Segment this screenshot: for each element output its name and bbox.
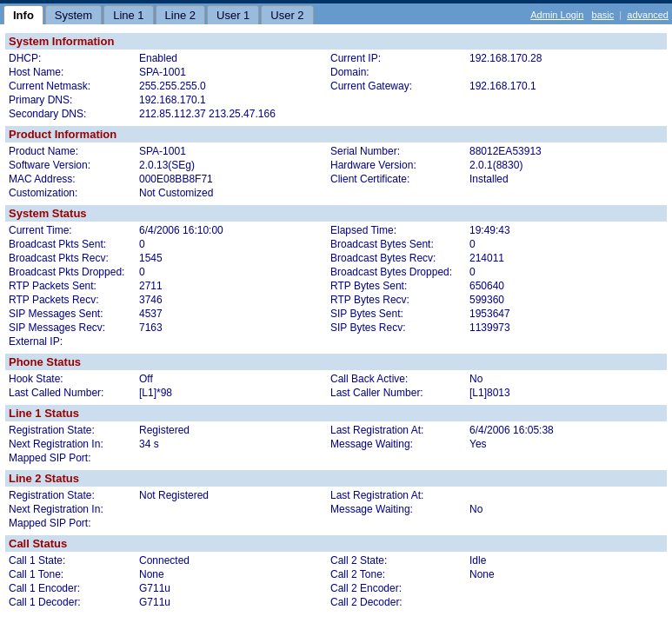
label: Call 1 Encoder: — [5, 581, 136, 595]
value: 192.168.170.1 — [466, 79, 667, 93]
line1-status-table: Registration State: Registered Last Regi… — [5, 423, 667, 465]
label: Call Back Active: — [327, 372, 466, 386]
value: 599360 — [466, 293, 667, 307]
main-content: System Information DHCP: Enabled Current… — [0, 24, 672, 613]
label: Call 2 Tone: — [327, 567, 466, 581]
value: 000E08BB8F71 — [136, 172, 327, 186]
tab-system[interactable]: System — [45, 5, 102, 24]
label: Domain: — [327, 65, 466, 79]
value — [136, 516, 327, 530]
label: External IP: — [5, 335, 136, 348]
table-row: Call 1 Decoder: G711u Call 2 Decoder: — [5, 595, 667, 609]
label: Broadcast Pkts Dropped: — [5, 265, 136, 279]
table-row: External IP: — [5, 335, 667, 348]
label: Product Name: — [5, 144, 136, 158]
tab-line1[interactable]: Line 1 — [103, 5, 153, 24]
table-row: Customization: Not Customized — [5, 186, 667, 200]
table-row: Mapped SIP Port: — [5, 451, 667, 465]
basic-link[interactable]: basic — [592, 10, 615, 20]
table-row: Next Registration In: 34 s Message Waiti… — [5, 437, 667, 451]
product-info-header: Product Information — [5, 126, 667, 142]
value: Enabled — [136, 51, 327, 65]
phone-status-header: Phone Status — [5, 354, 667, 370]
value: G711u — [136, 581, 327, 595]
label: Broadcast Bytes Sent: — [327, 237, 466, 251]
label: Current Gateway: — [327, 79, 466, 93]
value: 6/4/2006 16:05:38 — [466, 423, 667, 437]
table-row: SIP Messages Recv: 7163 SIP Bytes Recv: … — [5, 321, 667, 335]
table-row: Product Name: SPA-1001 Serial Number: 88… — [5, 144, 667, 158]
tab-user1[interactable]: User 1 — [207, 5, 259, 24]
value: 6/4/2006 16:10:00 — [136, 223, 327, 237]
value: None — [466, 567, 667, 581]
advanced-link[interactable]: advanced — [627, 10, 669, 20]
value: 19:49:43 — [466, 223, 667, 237]
value: Registered — [136, 423, 327, 437]
label — [327, 186, 466, 200]
value — [136, 502, 327, 516]
value: No — [466, 372, 667, 386]
call-status-table: Call 1 State: Connected Call 2 State: Id… — [5, 553, 667, 609]
value: 34 s — [136, 437, 327, 451]
label: Last Called Number: — [5, 386, 136, 400]
value: 0 — [466, 237, 667, 251]
value — [466, 595, 667, 609]
value: SPA-1001 — [136, 65, 327, 79]
value: 3746 — [136, 293, 327, 307]
label: RTP Bytes Sent: — [327, 279, 466, 293]
label: Last Registration At: — [327, 423, 466, 437]
label: Mapped SIP Port: — [5, 451, 136, 465]
value — [466, 581, 667, 595]
label: Client Certificate: — [327, 172, 466, 186]
table-row: SIP Messages Sent: 4537 SIP Bytes Sent: … — [5, 307, 667, 321]
value: 650640 — [466, 279, 667, 293]
table-row: DHCP: Enabled Current IP: 192.168.170.28 — [5, 51, 667, 65]
value: Off — [136, 372, 327, 386]
value: 2.0.1(8830) — [466, 158, 667, 172]
label: Broadcast Bytes Dropped: — [327, 265, 466, 279]
label: Mapped SIP Port: — [5, 516, 136, 530]
value: 214011 — [466, 251, 667, 265]
label: SIP Messages Sent: — [5, 307, 136, 321]
value — [136, 451, 327, 465]
value — [466, 93, 667, 107]
value: Connected — [136, 553, 327, 567]
label: Secondary DNS: — [5, 107, 136, 121]
table-row: Next Registration In: Message Waiting: N… — [5, 502, 667, 516]
label: Next Registration In: — [5, 437, 136, 451]
value: 1545 — [136, 251, 327, 265]
value: 192.168.170.28 — [466, 51, 667, 65]
value: 0 — [466, 265, 667, 279]
line1-status-header: Line 1 Status — [5, 405, 667, 421]
tab-bar: Info System Line 1 Line 2 User 1 User 2 … — [0, 3, 672, 24]
label: Call 2 State: — [327, 553, 466, 567]
value: 88012EA53913 — [466, 144, 667, 158]
value: None — [136, 567, 327, 581]
value: 1139973 — [466, 321, 667, 335]
label: Message Waiting: — [327, 437, 466, 451]
value: Not Registered — [136, 488, 327, 502]
tab-user2[interactable]: User 2 — [261, 5, 313, 24]
value: 4537 — [136, 307, 327, 321]
table-row: Current Netmask: 255.255.255.0 Current G… — [5, 79, 667, 93]
table-row: Host Name: SPA-1001 Domain: — [5, 65, 667, 79]
label: Call 2 Encoder: — [327, 581, 466, 595]
table-row: Hook State: Off Call Back Active: No — [5, 372, 667, 386]
label: Primary DNS: — [5, 93, 136, 107]
admin-login-link[interactable]: Admin Login — [530, 10, 583, 20]
tab-line2[interactable]: Line 2 — [156, 5, 205, 24]
product-info-table: Product Name: SPA-1001 Serial Number: 88… — [5, 144, 667, 200]
tab-info[interactable]: Info — [3, 5, 43, 24]
value — [466, 107, 667, 121]
value: G711u — [136, 595, 327, 609]
value: SPA-1001 — [136, 144, 327, 158]
value — [466, 451, 667, 465]
label: Registration State: — [5, 423, 136, 437]
value: Yes — [466, 437, 667, 451]
label: Serial Number: — [327, 144, 466, 158]
table-row: Last Called Number: [L1]*98 Last Caller … — [5, 386, 667, 400]
label: Call 1 State: — [5, 553, 136, 567]
value: [L1]*98 — [136, 386, 327, 400]
label: Software Version: — [5, 158, 136, 172]
label: RTP Bytes Recv: — [327, 293, 466, 307]
